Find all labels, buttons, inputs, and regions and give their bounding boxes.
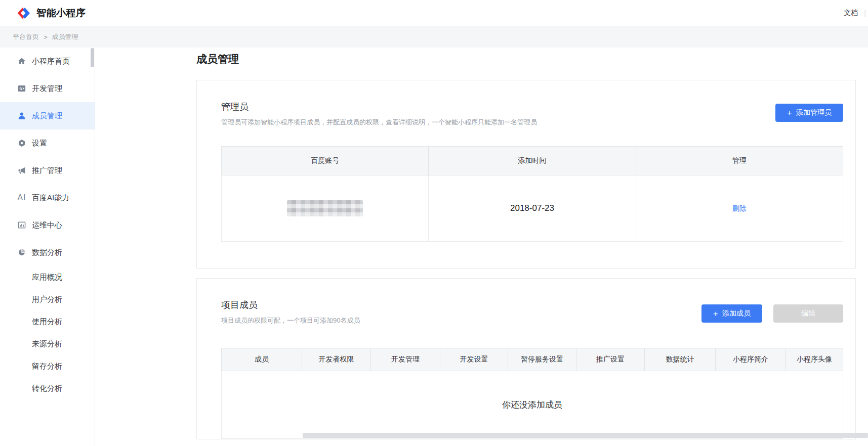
sidebar-item-label: 成员管理 — [32, 111, 62, 121]
column-header-dev-settings: 开发设置 — [440, 348, 508, 371]
header-right: 文档 | — [844, 9, 866, 18]
sidebar-subitem-user-analysis[interactable]: 用户分析 — [0, 288, 95, 310]
bar-chart-icon — [17, 220, 27, 230]
home-icon — [17, 57, 27, 66]
add-admin-button[interactable]: + 添加管理员 — [775, 104, 843, 122]
sidebar: 小程序首页 开发管理 成员管理 — [0, 48, 95, 446]
column-header-added-time: 添加时间 — [429, 147, 636, 175]
redacted-account-blur — [287, 200, 363, 216]
admin-card: 管理员 管理员可添加智能小程序项目成员，并配置成员的权限，查看详细说明，一个智能… — [196, 80, 856, 269]
members-empty-row: 你还没添加成员 — [222, 371, 843, 439]
column-header-dev-manage: 开发管理 — [371, 348, 440, 371]
app-root: 智能小程序 文档 | 平台首页 > 成员管理 小程序首页 开发管理 — [0, 0, 868, 446]
sidebar-item-baidu-ai[interactable]: AI 百度AI能力 — [0, 184, 95, 211]
add-member-button[interactable]: + 添加成员 — [701, 304, 762, 323]
megaphone-icon — [17, 166, 27, 175]
members-table: 成员 开发者权限 开发管理 开发设置 暂停服务设置 推广设置 数据统计 小程序简… — [221, 348, 843, 439]
sidebar-item-label: 运维中心 — [32, 220, 62, 230]
sidebar-subitem-app-overview[interactable]: 应用概况 — [0, 266, 95, 288]
main-content: 成员管理 管理员 管理员可添加智能小程序项目成员，并配置成员的权限，查看详细说明… — [96, 48, 868, 446]
sidebar-scrollbar-thumb[interactable] — [91, 48, 94, 67]
page-title: 成员管理 — [196, 53, 856, 66]
sidebar-item-label: 推广管理 — [32, 166, 62, 175]
plus-icon: + — [787, 109, 792, 117]
sidebar-subitem-source-analysis[interactable]: 来源分析 — [0, 333, 95, 355]
pie-chart-icon — [17, 248, 27, 257]
column-header-data-stats: 数据统计 — [645, 348, 716, 371]
column-header-baidu-account: 百度账号 — [222, 147, 429, 175]
doc-link[interactable]: 文档 — [844, 9, 858, 18]
gear-icon — [17, 139, 27, 148]
sidebar-item-data-analysis[interactable]: 数据分析 — [0, 239, 95, 266]
sidebar-item-label: 设置 — [32, 139, 47, 148]
sidebar-item-members[interactable]: 成员管理 — [0, 102, 95, 129]
members-empty-text: 你还没添加成员 — [222, 371, 843, 439]
logo-text: 智能小程序 — [36, 7, 86, 20]
admin-account-cell — [222, 175, 429, 242]
column-header-miniapp-avatar: 小程序头像 — [786, 348, 843, 371]
column-header-member: 成员 — [222, 348, 302, 371]
sidebar-item-ops-center[interactable]: 运维中心 — [0, 211, 95, 239]
admin-table-row: 2018-07-23 删除 — [222, 175, 843, 242]
sidebar-item-settings[interactable]: 设置 — [0, 129, 95, 157]
sidebar-item-promotion[interactable]: 推广管理 — [0, 157, 95, 184]
sidebar-item-home[interactable]: 小程序首页 — [0, 48, 95, 75]
members-card-actions: + 添加成员 编辑 — [701, 304, 843, 323]
column-header-manage: 管理 — [636, 147, 843, 175]
members-card: 项目成员 项目成员的权限可配，一个项目可添加90名成员 + 添加成员 编辑 — [196, 278, 856, 439]
edit-button[interactable]: 编辑 — [773, 304, 843, 323]
column-header-promotion-settings: 推广设置 — [576, 348, 645, 371]
column-header-developer-permission: 开发者权限 — [302, 348, 371, 371]
admin-card-description: 管理员可添加智能小程序项目成员，并配置成员的权限，查看详细说明，一个智能小程序只… — [221, 118, 843, 127]
ai-icon: AI — [17, 193, 27, 202]
sidebar-subitem-retention-analysis[interactable]: 留存分析 — [0, 355, 95, 377]
sidebar-item-dev-manage[interactable]: 开发管理 — [0, 75, 95, 102]
code-icon — [17, 84, 27, 93]
admin-card-title: 管理员 — [221, 101, 843, 113]
breadcrumb-separator: > — [44, 33, 48, 41]
admin-table-header-row: 百度账号 添加时间 管理 — [222, 147, 843, 175]
delete-link[interactable]: 删除 — [732, 204, 747, 212]
logo-diamond-icon — [16, 6, 31, 21]
admin-added-time-cell: 2018-07-23 — [429, 175, 636, 242]
column-header-pause-service: 暂停服务设置 — [508, 348, 576, 371]
column-header-miniapp-intro: 小程序简介 — [716, 348, 786, 371]
horizontal-scrollbar-thumb[interactable] — [303, 433, 868, 438]
user-icon — [17, 111, 27, 120]
sidebar-subitem-conversion-analysis[interactable]: 转化分析 — [0, 377, 95, 399]
sidebar-item-label: 百度AI能力 — [32, 193, 69, 203]
admin-manage-cell: 删除 — [636, 175, 843, 242]
members-table-header-row: 成员 开发者权限 开发管理 开发设置 暂停服务设置 推广设置 数据统计 小程序简… — [222, 348, 843, 371]
sidebar-subitem-usage-analysis[interactable]: 使用分析 — [0, 310, 95, 333]
sidebar-item-label: 小程序首页 — [32, 57, 70, 66]
header-divider: | — [864, 9, 866, 17]
admin-table: 百度账号 添加时间 管理 2018-07-23 — [221, 146, 843, 242]
sidebar-item-label: 数据分析 — [32, 248, 62, 257]
plus-icon: + — [713, 309, 718, 318]
sidebar-item-label: 开发管理 — [32, 84, 62, 94]
breadcrumb-item-home[interactable]: 平台首页 — [13, 32, 39, 41]
breadcrumb-item-current: 成员管理 — [52, 32, 78, 41]
logo[interactable]: 智能小程序 — [16, 6, 86, 21]
top-header: 智能小程序 文档 | — [0, 0, 868, 26]
breadcrumb: 平台首页 > 成员管理 — [0, 26, 868, 48]
